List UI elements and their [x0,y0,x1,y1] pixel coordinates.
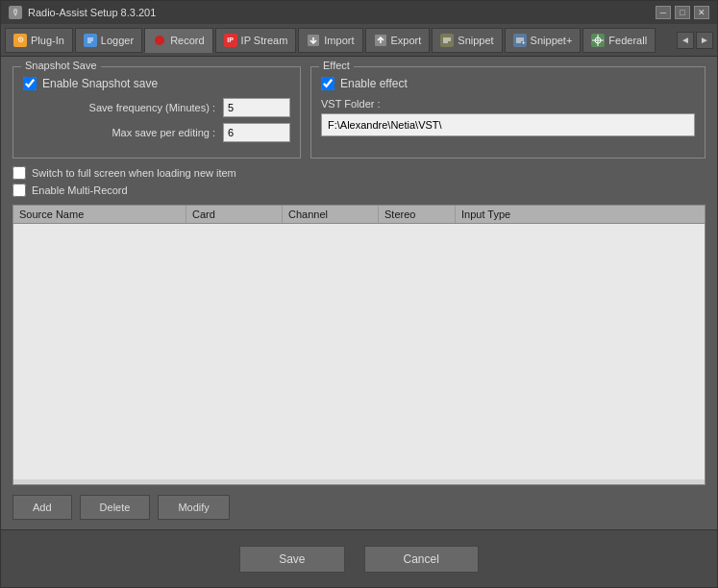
import-icon [307,34,320,47]
col-stereo: Stereo [379,206,456,223]
col-input-type: Input Type [456,206,705,223]
nav-next-button[interactable]: ► [696,32,713,49]
enable-snapshot-checkbox[interactable] [23,77,37,90]
tab-snippetplus[interactable]: + Snippet+ [505,28,582,53]
tab-record[interactable]: Record [144,28,212,53]
tab-export[interactable]: Export [365,28,431,53]
maxsave-row: Max save per editing : [23,123,290,142]
ipstream-icon: IP [224,34,237,47]
enable-effect-label: Enable effect [340,77,408,90]
nav-prev-button[interactable]: ◄ [677,32,694,49]
minimize-button[interactable]: ─ [656,6,671,19]
enable-effect-checkbox[interactable] [321,77,334,90]
vst-folder-row: VST Folder : [321,98,695,136]
snippet-icon [440,34,454,47]
enable-snapshot-label: Enable Snapshot save [42,77,158,90]
top-panels: Snapshot Save Enable Snapshot save Save … [12,66,706,159]
table-body[interactable] [13,224,705,479]
tab-import[interactable]: Import [298,28,362,53]
title-bar-controls: ─ □ ✕ [656,6,709,19]
fullscreen-row: Switch to full screen when loading new i… [12,166,706,180]
snapshot-group-title: Snapshot Save [21,60,101,71]
modify-button[interactable]: Modify [158,495,229,520]
maximize-button[interactable]: □ [675,6,690,19]
freq-input[interactable] [223,98,290,117]
federall-icon [591,34,605,47]
record-icon [153,34,166,47]
fullscreen-checkbox[interactable] [12,166,26,180]
title-bar: 🎙 Radio-Assist Setup 8.3.201 ─ □ ✕ [1,1,717,24]
title-bar-left: 🎙 Radio-Assist Setup 8.3.201 [9,6,156,19]
tab-snippet[interactable]: Snippet [432,28,502,53]
snippetplus-icon: + [513,34,527,47]
freq-label: Save frequency (Minutes) : [23,102,223,113]
col-channel: Channel [283,206,379,223]
snapshot-group: Snapshot Save Enable Snapshot save Save … [12,66,301,159]
maxsave-input[interactable] [223,123,290,142]
export-icon [374,34,387,47]
tab-logger[interactable]: Logger [75,28,142,53]
effect-group: Effect Enable effect VST Folder : [310,66,706,159]
main-content: Snapshot Save Enable Snapshot save Save … [1,57,717,529]
snapshot-enable-row: Enable Snapshot save [23,77,290,90]
middle-checks: Switch to full screen when loading new i… [12,166,706,197]
col-source-name: Source Name [13,206,186,223]
window-title: Radio-Assist Setup 8.3.201 [28,7,156,18]
app-icon: 🎙 [9,6,22,19]
tab-plugin[interactable]: ⚙ Plug-In [5,28,73,53]
multirecord-label: Enable Multi-Record [32,184,128,196]
toolbar: ⚙ Plug-In Logger Record IP IP Stream Imp… [1,24,717,57]
vst-folder-input[interactable] [321,113,695,136]
cancel-button[interactable]: Cancel [364,546,479,573]
freq-row: Save frequency (Minutes) : [23,98,290,117]
add-button[interactable]: Add [12,495,72,520]
bottom-bar: Save Cancel [1,529,717,587]
delete-button[interactable]: Delete [80,495,151,520]
svg-text:+: + [522,39,526,45]
effect-enable-row: Enable effect [321,77,695,90]
close-button[interactable]: ✕ [694,6,709,19]
main-window: 🎙 Radio-Assist Setup 8.3.201 ─ □ ✕ ⚙ Plu… [0,0,718,588]
plugin-icon: ⚙ [13,34,27,47]
table-header: Source Name Card Channel Stereo Input Ty… [13,206,705,224]
effect-group-title: Effect [319,60,354,71]
multirecord-checkbox[interactable] [12,184,26,197]
multirecord-row: Enable Multi-Record [12,184,706,197]
logger-icon [84,34,97,47]
tab-federall[interactable]: Federall [582,28,656,53]
action-buttons: Add Delete Modify [12,495,706,520]
col-card: Card [186,206,283,223]
fullscreen-label: Switch to full screen when loading new i… [32,167,236,179]
maxsave-label: Max save per editing : [23,127,223,138]
vst-folder-label: VST Folder : [321,98,695,110]
toolbar-nav: ◄ ► [677,32,713,49]
tab-ipstream[interactable]: IP IP Stream [215,28,297,53]
save-button[interactable]: Save [239,546,344,573]
source-table: Source Name Card Channel Stereo Input Ty… [12,205,706,485]
